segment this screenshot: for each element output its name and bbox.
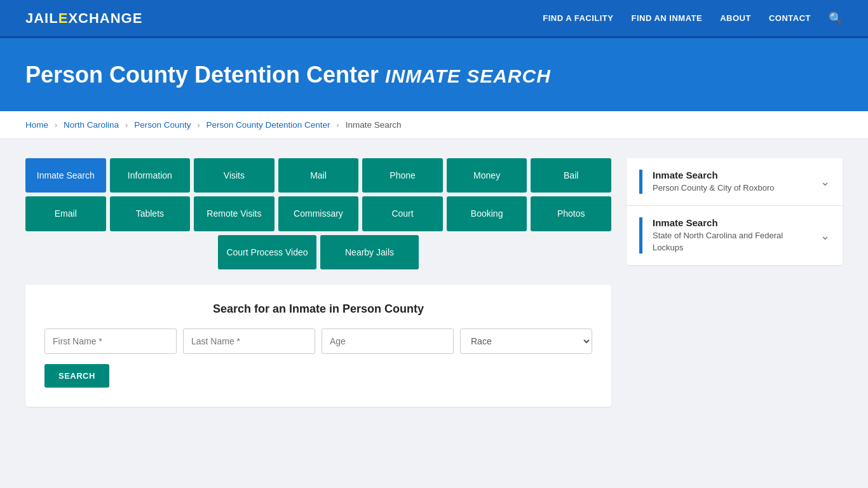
- search-fields: Race White Black Hispanic Asian Other: [44, 329, 592, 354]
- btn-commissary[interactable]: Commissary: [278, 196, 359, 231]
- btn-remote-visits[interactable]: Remote Visits: [194, 196, 275, 231]
- logo[interactable]: JAILEXCHANGE: [25, 10, 142, 27]
- nav-about[interactable]: ABOUT: [720, 13, 751, 23]
- hero-title-italic: INMATE SEARCH: [385, 65, 551, 86]
- logo-jail: JAIL: [25, 10, 58, 26]
- nav-contact[interactable]: CONTACT: [769, 13, 811, 23]
- btn-court-process-video[interactable]: Court Process Video: [218, 235, 316, 269]
- breadcrumb-sep-1: ›: [55, 120, 58, 130]
- breadcrumb-sep-3: ›: [197, 120, 200, 130]
- btn-court[interactable]: Court: [362, 196, 443, 231]
- sidebar-text-1: Inmate Search Person County & City of Ro…: [653, 170, 774, 194]
- logo-x: E: [58, 10, 69, 26]
- breadcrumb-detention-center[interactable]: Person County Detention Center: [206, 120, 330, 130]
- breadcrumb-north-carolina[interactable]: North Carolina: [64, 120, 119, 130]
- sidebar-accent-2: [639, 217, 642, 253]
- sidebar-text-2: Inmate Search State of North Carolina an…: [653, 217, 813, 253]
- btn-phone[interactable]: Phone: [362, 158, 443, 193]
- breadcrumb-person-county[interactable]: Person County: [134, 120, 191, 130]
- sidebar-title-2: Inmate Search: [653, 217, 813, 228]
- sidebar-item-person-county[interactable]: Inmate Search Person County & City of Ro…: [627, 158, 843, 206]
- sidebar-sub-1: Person County & City of Roxboro: [653, 182, 774, 194]
- sidebar-item-inner-2: Inmate Search State of North Carolina an…: [639, 217, 813, 253]
- navbar: JAILEXCHANGE FIND A FACILITY FIND AN INM…: [0, 0, 868, 38]
- nav-buttons-row2: Email Tablets Remote Visits Commissary C…: [25, 196, 611, 231]
- sidebar-item-inner-1: Inmate Search Person County & City of Ro…: [639, 170, 774, 194]
- chevron-down-icon-1: ⌄: [820, 175, 830, 189]
- sidebar-card: Inmate Search Person County & City of Ro…: [627, 158, 843, 265]
- search-icon-button[interactable]: 🔍: [829, 11, 843, 25]
- hero-title-main: Person County Detention Center: [25, 62, 379, 88]
- sidebar-sub-2: State of North Carolina and Federal Lock…: [653, 230, 813, 253]
- breadcrumb: Home › North Carolina › Person County › …: [0, 111, 868, 139]
- btn-bail[interactable]: Bail: [531, 158, 611, 193]
- btn-information[interactable]: Information: [110, 158, 191, 193]
- btn-visits[interactable]: Visits: [194, 158, 275, 193]
- right-sidebar: Inmate Search Person County & City of Ro…: [627, 158, 843, 266]
- btn-photos[interactable]: Photos: [531, 196, 611, 231]
- sidebar-item-north-carolina[interactable]: Inmate Search State of North Carolina an…: [627, 206, 843, 264]
- race-select[interactable]: Race White Black Hispanic Asian Other: [460, 329, 592, 354]
- main-content: Inmate Search Information Visits Mail Ph…: [0, 139, 868, 426]
- age-input[interactable]: [322, 329, 454, 354]
- last-name-input[interactable]: [183, 329, 315, 354]
- nav-buttons-row1: Inmate Search Information Visits Mail Ph…: [25, 158, 611, 193]
- btn-booking[interactable]: Booking: [447, 196, 527, 231]
- nav-find-facility[interactable]: FIND A FACILITY: [543, 13, 613, 23]
- first-name-input[interactable]: [44, 329, 177, 354]
- breadcrumb-sep-4: ›: [336, 120, 339, 130]
- nav-find-inmate[interactable]: FIND AN INMATE: [631, 13, 702, 23]
- search-form-card: Search for an Inmate in Person County Ra…: [25, 285, 611, 407]
- sidebar-accent-1: [639, 170, 642, 194]
- nav-links: FIND A FACILITY FIND AN INMATE ABOUT CON…: [543, 11, 843, 25]
- sidebar-title-1: Inmate Search: [653, 170, 774, 180]
- btn-email[interactable]: Email: [25, 196, 106, 231]
- logo-xchange: XCHANGE: [68, 10, 142, 26]
- btn-mail[interactable]: Mail: [278, 158, 359, 193]
- nav-buttons-row3: Court Process Video Nearby Jails: [25, 235, 611, 269]
- breadcrumb-sep-2: ›: [125, 120, 128, 130]
- btn-inmate-search[interactable]: Inmate Search: [25, 158, 106, 193]
- search-form-title: Search for an Inmate in Person County: [44, 302, 592, 316]
- breadcrumb-home[interactable]: Home: [25, 120, 48, 130]
- btn-tablets[interactable]: Tablets: [110, 196, 191, 231]
- btn-nearby-jails[interactable]: Nearby Jails: [320, 235, 419, 269]
- page-title: Person County Detention Center INMATE SE…: [25, 61, 843, 88]
- search-button[interactable]: SEARCH: [44, 364, 109, 388]
- hero-banner: Person County Detention Center INMATE SE…: [0, 38, 868, 111]
- left-column: Inmate Search Information Visits Mail Ph…: [25, 158, 611, 407]
- breadcrumb-current: Inmate Search: [346, 120, 402, 130]
- chevron-down-icon-2: ⌄: [820, 229, 830, 243]
- btn-money[interactable]: Money: [447, 158, 527, 193]
